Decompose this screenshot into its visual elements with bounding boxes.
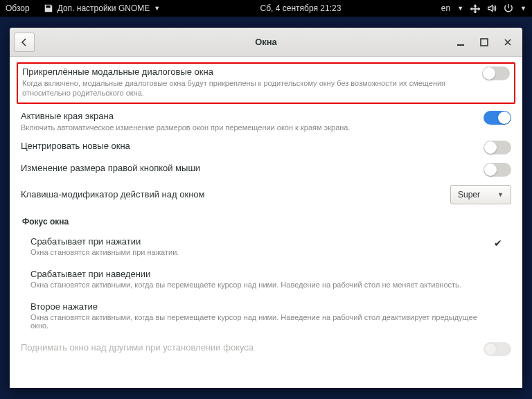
option-title: Срабатывает при наведении bbox=[30, 269, 492, 279]
save-icon bbox=[44, 3, 53, 13]
chevron-down-icon: ▼ bbox=[457, 5, 463, 12]
check-icon: ✔ bbox=[492, 238, 504, 249]
focus-option-hover[interactable]: Срабатывает при наведении Окна становятс… bbox=[21, 263, 511, 296]
switch-edge-tiling[interactable] bbox=[484, 111, 511, 125]
row-raise-on-focus: Поднимать окно над другими при установле… bbox=[21, 339, 511, 362]
power-icon[interactable] bbox=[504, 3, 513, 13]
chevron-left-icon bbox=[20, 38, 28, 46]
minimize-button[interactable] bbox=[454, 36, 467, 48]
option-subtitle: Окна становятся активными при нажатии. bbox=[30, 248, 492, 256]
focus-option-second-click[interactable]: Второе нажатие Окна становятся активными… bbox=[21, 296, 511, 337]
switch-attached-modal[interactable] bbox=[482, 66, 510, 80]
row-attached-modal: Прикреплённые модальные диалоговые окна … bbox=[17, 62, 515, 104]
switch-rmb-resize[interactable] bbox=[484, 163, 511, 177]
row-edge-tiling: Активные края экрана Включить автоматиче… bbox=[21, 108, 511, 138]
focus-options: Срабатывает при нажатии Окна становятся … bbox=[21, 231, 511, 337]
option-title: Второе нажатие bbox=[30, 301, 492, 312]
window-title: Окна bbox=[10, 37, 522, 47]
row-window-modifier: Клавиша-модификатор действий над окном S… bbox=[21, 182, 511, 210]
row-title: Клавиша-модификатор действий над окном bbox=[21, 189, 442, 200]
row-subtitle: Когда включено, модальные диалоговые окн… bbox=[22, 78, 474, 98]
modifier-combo[interactable]: Super ▼ bbox=[450, 185, 511, 204]
option-title: Срабатывает при нажатии bbox=[30, 236, 492, 247]
content-area: Прикреплённые модальные диалоговые окна … bbox=[10, 57, 522, 388]
maximize-button[interactable] bbox=[478, 36, 490, 48]
network-icon[interactable] bbox=[470, 3, 480, 13]
row-subtitle: Включить автоматическое изменение размер… bbox=[21, 123, 475, 132]
row-title: Центрировать новые окна bbox=[21, 141, 475, 151]
row-title: Поднимать окно над другими при установле… bbox=[21, 342, 475, 353]
focus-option-click[interactable]: Срабатывает при нажатии Окна становятся … bbox=[21, 231, 511, 263]
option-subtitle: Окна становятся активными, когда вы пере… bbox=[30, 313, 492, 330]
switch-raise-on-focus bbox=[484, 342, 511, 356]
app-title[interactable]: Доп. настройки GNOME bbox=[57, 3, 150, 13]
row-title: Изменение размера правой кнопкой мыши bbox=[21, 163, 475, 173]
combo-value: Super bbox=[458, 190, 480, 200]
switch-center-windows[interactable] bbox=[484, 141, 511, 154]
section-focus: Фокус окна bbox=[22, 217, 511, 227]
chevron-down-icon: ▼ bbox=[154, 5, 160, 12]
clock[interactable]: Сб, 4 сентября 21:23 bbox=[160, 3, 441, 13]
keyboard-layout[interactable]: en bbox=[441, 3, 450, 13]
row-center-windows: Центрировать новые окна bbox=[21, 138, 511, 160]
activities-button[interactable]: Обзор bbox=[6, 3, 30, 13]
row-rmb-resize: Изменение размера правой кнопкой мыши bbox=[21, 160, 511, 182]
close-button[interactable] bbox=[502, 36, 514, 48]
svg-rect-1 bbox=[481, 39, 488, 46]
chevron-down-icon: ▼ bbox=[520, 5, 526, 12]
row-title: Прикреплённые модальные диалоговые окна bbox=[22, 66, 474, 77]
top-panel: Обзор Доп. настройки GNOME ▼ Сб, 4 сентя… bbox=[0, 0, 532, 17]
headerbar: Окна bbox=[10, 28, 522, 57]
tweaks-window: Окна Прикреплённые модальные диалоговые … bbox=[10, 28, 522, 388]
chevron-down-icon: ▼ bbox=[497, 191, 504, 198]
back-button[interactable] bbox=[14, 33, 35, 52]
volume-icon[interactable] bbox=[487, 3, 497, 13]
option-subtitle: Окна становятся активными, когда вы пере… bbox=[30, 281, 492, 289]
svg-rect-0 bbox=[457, 44, 464, 46]
row-title: Активные края экрана bbox=[21, 111, 475, 121]
